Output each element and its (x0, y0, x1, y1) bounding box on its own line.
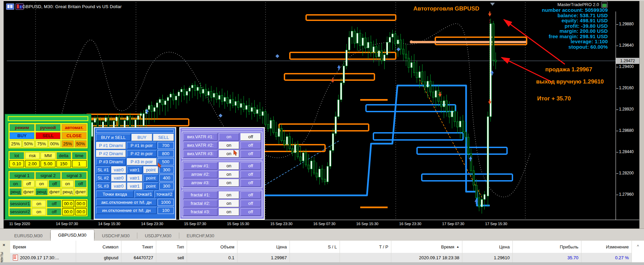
trend-flat-toggle[interactable]: ренд (62, 188, 74, 195)
tab-eurchf-m30[interactable]: EURCHF,M30 (179, 231, 222, 241)
off-button[interactable]: off (240, 162, 261, 170)
buy-button[interactable]: BUY (9, 132, 34, 139)
param-input[interactable]: 5.00 (41, 160, 55, 167)
trend-flat-toggle[interactable]: ренд (9, 188, 22, 195)
session-on[interactable]: on (32, 200, 46, 207)
session-off[interactable]: off (47, 208, 61, 215)
panel-drag-strip[interactable] (96, 129, 174, 133)
price-axis[interactable]: 1.298801.296401.294001.291601.289201.286… (616, 0, 639, 220)
setting-button[interactable]: SL #2 (96, 174, 110, 182)
param-input[interactable]: 1 (72, 160, 87, 167)
session-time-input[interactable]: 00:0 (62, 208, 74, 215)
tab-eurusd-m30[interactable]: EURUSD,M30 (7, 231, 50, 241)
scroll-up-icon[interactable]: ^ (633, 241, 643, 251)
col-header-Цена[interactable]: Цена (237, 241, 290, 253)
off-button[interactable]: off (240, 150, 261, 158)
param-header-time[interactable]: time (72, 152, 87, 159)
mode-button[interactable]: режим (9, 124, 34, 131)
setting-button[interactable]: SL #3 (96, 183, 110, 190)
panel-drag-strip[interactable] (182, 129, 262, 130)
setting-button[interactable]: ин.отклонение от h/l. дн (96, 207, 157, 214)
trend-flat-toggle[interactable]: флет (23, 188, 35, 195)
setting-button[interactable]: точка#2 (155, 191, 174, 198)
time-axis[interactable]: 11 Sep 202014 Sep 07:3014 Sep 15:3014 Se… (3, 220, 639, 228)
session-off[interactable]: off (47, 200, 61, 207)
trend-flat-toggle[interactable]: флет (49, 188, 61, 195)
col-header-Объем[interactable]: Объем (187, 241, 237, 253)
setting-button[interactable]: point (143, 183, 158, 190)
value-field[interactable]: 100 (158, 207, 174, 214)
window-right-strip[interactable] (639, 0, 644, 241)
signal-toggle[interactable]: off (75, 180, 87, 187)
signal-button[interactable]: signal 3 (62, 172, 87, 179)
col-header-Тип[interactable]: Тип (156, 241, 187, 253)
setting-button[interactable]: SELL (153, 134, 174, 141)
setting-button[interactable]: точка#1 (135, 191, 154, 198)
value-field[interactable]: 700 (158, 142, 174, 149)
col-header-Изменение[interactable]: Изменение (581, 241, 632, 253)
off-button[interactable]: off (240, 171, 261, 178)
param-input[interactable]: 2.00 (25, 160, 40, 167)
signal-toggle[interactable]: off (49, 180, 61, 187)
trend-flat-toggle[interactable]: флет (75, 188, 87, 195)
session-label[interactable]: session#1 (9, 200, 31, 207)
close-icon[interactable]: × (1, 242, 7, 248)
off-button[interactable]: off (240, 142, 261, 149)
percent-button[interactable]: 75% (36, 140, 48, 147)
on-button[interactable]: on (219, 179, 239, 187)
col-header-T / P[interactable]: T / P (340, 241, 391, 253)
setting-button[interactable]: BUY (132, 134, 152, 141)
session-time-input[interactable]: 00:0 (75, 200, 87, 207)
param-input[interactable]: 0.10 (9, 160, 24, 167)
setting-button[interactable]: P #2 in poir (127, 150, 157, 157)
value-field[interactable]: 800 (158, 150, 174, 157)
setting-button[interactable]: P #2 Dinami (96, 150, 126, 157)
close-button[interactable]: CLOSE (62, 132, 87, 139)
setting-button[interactable]: vatr0 (111, 174, 126, 182)
on-button[interactable]: on (219, 133, 239, 141)
off-button[interactable]: off (240, 208, 261, 216)
param-header-risk[interactable]: risk (25, 152, 40, 159)
off-button[interactable]: off (240, 179, 261, 187)
manual-button[interactable]: ручной (36, 124, 61, 131)
off-button[interactable]: off (240, 191, 261, 199)
sell-button[interactable]: SELL (36, 132, 61, 139)
off-button[interactable]: off (240, 200, 261, 207)
percent-button[interactable]: 50% (23, 140, 35, 147)
trend-flat-toggle[interactable]: ренд (36, 188, 48, 195)
param-header-lot[interactable]: lot (9, 152, 24, 159)
setting-button[interactable]: vatr1 (127, 166, 142, 173)
param-header-delta[interactable]: delta (56, 152, 71, 159)
percent-button[interactable]: 50% (75, 140, 87, 147)
setting-button[interactable]: vatr1 (127, 174, 142, 182)
signal-toggle[interactable]: on (62, 180, 74, 187)
session-time-input[interactable]: 00:0 (75, 208, 87, 215)
signal-button[interactable]: signal 2 (36, 172, 61, 179)
setting-button[interactable]: акс.отклонение от h/l. дн (96, 199, 157, 206)
percent-button[interactable]: 00% (49, 140, 61, 147)
col-header-Время[interactable]: Время (10, 241, 76, 253)
signal-button[interactable]: signal 1 (9, 172, 34, 179)
col-header-Тикет[interactable]: Тикет (121, 241, 156, 253)
tab-usdchf-m30[interactable]: USDCHF,M30 (95, 231, 137, 241)
signal-toggle[interactable]: off (23, 180, 35, 187)
setting-button[interactable]: vatr0 (111, 183, 126, 190)
on-button[interactable]: on (219, 162, 239, 170)
signal-toggle[interactable]: on (9, 180, 22, 187)
param-input[interactable]: 150 (56, 160, 71, 167)
setting-button[interactable]: point (143, 174, 158, 182)
value-field[interactable]: 300 (159, 183, 174, 190)
signal-toggle[interactable]: on (36, 180, 48, 187)
on-button[interactable]: on (219, 191, 239, 199)
on-button[interactable]: on (219, 200, 239, 207)
setting-button[interactable]: P #3 Dinami (96, 158, 126, 165)
setting-button[interactable]: P #3 in poir (127, 158, 157, 165)
tab-gbpusd-m30[interactable]: GBPUSD,M30 (50, 230, 94, 241)
setting-button[interactable]: BUY и SELL (96, 134, 131, 141)
col-header-S / L[interactable]: S / L (290, 241, 340, 253)
value-field[interactable]: 400 (159, 174, 174, 182)
session-on[interactable]: on (32, 208, 46, 215)
value-field[interactable]: 1000 (158, 199, 174, 206)
setting-button[interactable]: P #1 Dinami (96, 142, 126, 149)
on-button[interactable]: on (219, 142, 239, 149)
